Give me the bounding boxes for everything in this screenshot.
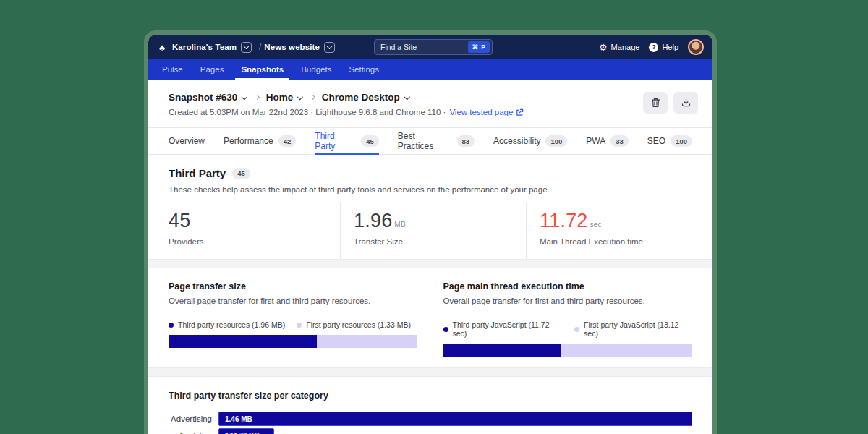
category-bar[interactable]: 1.46 MB <box>218 412 692 426</box>
view-tested-page-link[interactable]: View tested page <box>449 108 524 116</box>
chart-legend: Third party resources (1.96 MB)First par… <box>169 320 418 329</box>
search-input[interactable]: Find a Site ⌘ P <box>374 39 493 55</box>
category-chart-title: Third party transfer size per category <box>169 391 692 401</box>
search-shortcut-badge: ⌘ P <box>468 41 490 53</box>
page-charts-section: Page transfer sizeOverall page transfer … <box>148 268 712 368</box>
stat-value: 11.72sec <box>540 210 692 232</box>
tab-label: SEO <box>647 136 665 146</box>
delete-snapshot-button[interactable] <box>643 92 668 114</box>
legend-label: First party resources (1.33 MB) <box>306 320 411 329</box>
breadcrumb-item-snapshot-630[interactable]: Snapshot #630 <box>169 92 247 103</box>
user-avatar[interactable] <box>688 39 704 55</box>
app-logo-icon[interactable]: ♠ <box>159 42 165 53</box>
legend-dot-icon <box>297 323 302 328</box>
app-window: ♠ Karolina's Team / News website Find a … <box>148 35 712 434</box>
bar-segment-third-party-javascript[interactable] <box>443 344 561 357</box>
category-bar-track: 174.76 KB <box>218 428 692 434</box>
category-bar-value: 174.76 KB <box>219 432 260 434</box>
tab-label: Performance <box>224 136 273 146</box>
breadcrumb-item-home[interactable]: Home <box>266 92 302 103</box>
tab-performance[interactable]: Performance42 <box>224 128 296 154</box>
team-dropdown-button[interactable] <box>241 42 252 53</box>
chevron-down-icon <box>404 94 410 100</box>
nav-item-snapshots[interactable]: Snapshots <box>232 59 292 80</box>
tab-label: Best Practices <box>398 131 452 151</box>
nav-item-pulse[interactable]: Pulse <box>159 59 192 80</box>
third-party-summary-section: Third Party 45 These checks help assess … <box>148 155 712 260</box>
help-button[interactable]: ? Help <box>649 43 678 52</box>
help-icon: ? <box>649 43 658 52</box>
legend-item-third-party-resources: Third party resources (1.96 MB) <box>169 320 285 329</box>
nav-item-pages[interactable]: Pages <box>192 59 233 80</box>
chevron-down-icon <box>327 43 332 48</box>
search-placeholder: Find a Site <box>380 43 417 51</box>
bar-segment-first-party-javascript[interactable] <box>561 344 692 357</box>
chevron-right-icon <box>255 95 260 100</box>
chevron-right-icon <box>310 95 315 100</box>
breadcrumb-item-chrome-desktop[interactable]: Chrome Desktop <box>322 92 409 103</box>
tab-score-badge: 100 <box>671 135 692 147</box>
stacked-bar <box>443 344 693 357</box>
gear-icon: ⚙ <box>599 43 608 52</box>
stat-providers: 45Providers <box>169 202 340 259</box>
tab-label: Third Party <box>315 131 356 151</box>
legend-item-first-party-javascript: First party JavaScript (13.12 sec) <box>574 320 692 338</box>
chart-description: Overall page transfer for first and thir… <box>169 297 418 305</box>
main-thread-time-chart: Page main thread execution timeOverall p… <box>443 281 693 357</box>
tab-label: Accessibility <box>493 136 540 146</box>
tab-best-practices[interactable]: Best Practices83 <box>398 128 475 154</box>
manage-button[interactable]: ⚙ Manage <box>599 43 639 52</box>
external-link-icon <box>516 109 524 116</box>
trash-icon <box>651 98 660 108</box>
topbar: ♠ Karolina's Team / News website Find a … <box>148 35 712 59</box>
stat-value: 1.96MB <box>354 210 526 232</box>
download-icon <box>681 98 691 108</box>
legend-item-first-party-resources: First party resources (1.33 MB) <box>297 320 411 329</box>
section-description: These checks help assess the impact of t… <box>169 185 692 194</box>
snapshot-meta: Created at 5:03PM on Mar 22nd 2023 · Lig… <box>169 108 524 116</box>
bar-segment-first-party-resources[interactable] <box>317 335 417 348</box>
chart-description: Overall page transfer for first and thir… <box>443 297 693 305</box>
tab-score-badge: 100 <box>545 135 567 147</box>
team-switcher[interactable]: Karolina's Team <box>172 43 237 51</box>
stat-value: 45 <box>169 210 340 232</box>
category-bar-value: 1.46 MB <box>219 415 252 423</box>
report-tabs: OverviewPerformance42Third Party45Best P… <box>148 128 712 155</box>
legend-label: Third party JavaScript (11.72 sec) <box>453 320 563 338</box>
tab-score-badge: 33 <box>610 135 629 147</box>
section-title: Third Party <box>169 167 226 179</box>
chart-title: Page main thread execution time <box>443 281 693 292</box>
category-label: Advertising <box>169 414 212 423</box>
breadcrumb-slash: / <box>259 42 261 52</box>
nav-item-budgets[interactable]: Budgets <box>292 59 340 80</box>
bar-segment-third-party-resources[interactable] <box>169 335 317 348</box>
page-transfer-size-chart: Page transfer sizeOverall page transfer … <box>169 281 418 357</box>
stats-row: 45Providers1.96MBTransfer Size11.72secMa… <box>169 202 692 259</box>
nav-item-settings[interactable]: Settings <box>340 59 388 80</box>
manage-label: Manage <box>611 43 640 51</box>
snapshot-meta-text: Created at 5:03PM on Mar 22nd 2023 · Lig… <box>169 108 446 116</box>
tab-third-party[interactable]: Third Party45 <box>315 128 379 154</box>
stat-unit: sec <box>590 221 602 229</box>
category-label: Analytics <box>169 431 212 434</box>
tab-score-badge: 45 <box>361 135 379 147</box>
category-chart-section: Third party transfer size per category A… <box>148 376 712 434</box>
site-dropdown-button[interactable] <box>324 42 335 53</box>
legend-label: First party JavaScript (13.12 sec) <box>584 320 692 338</box>
tab-pwa[interactable]: PWA33 <box>586 128 628 154</box>
legend-dot-icon <box>169 323 174 328</box>
primary-nav: PulsePagesSnapshotsBudgetsSettings <box>148 59 712 80</box>
stat-label: Providers <box>169 237 340 246</box>
app-window-frame: ♠ Karolina's Team / News website Find a … <box>144 30 717 434</box>
category-bar[interactable]: 174.76 KB <box>218 428 274 434</box>
tab-overview[interactable]: Overview <box>169 128 205 154</box>
stat-label: Main Thread Execution time <box>540 237 692 246</box>
tab-accessibility[interactable]: Accessibility100 <box>493 128 567 154</box>
download-snapshot-button[interactable] <box>673 92 698 114</box>
stacked-bar <box>169 335 418 348</box>
tab-seo[interactable]: SEO100 <box>647 128 692 154</box>
tab-label: Overview <box>169 136 205 146</box>
chart-title: Page transfer size <box>169 281 418 292</box>
legend-label: Third party resources (1.96 MB) <box>178 320 285 329</box>
site-switcher[interactable]: News website <box>264 43 320 51</box>
